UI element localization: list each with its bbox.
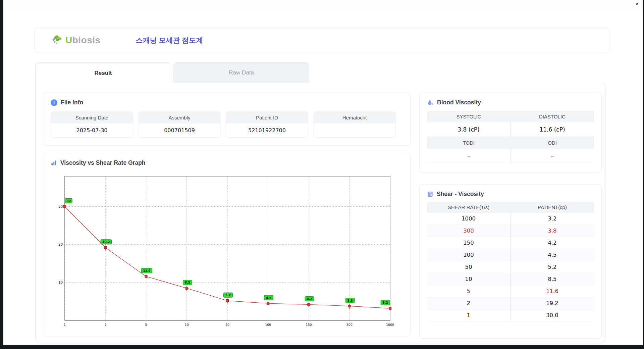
app-window: × Ubiosis 스캐닝 모세관 점도계 Result Raw Data i …	[3, 0, 643, 345]
patient-cell: 19.2	[511, 297, 594, 309]
table-row: 1000 3.2	[427, 213, 594, 225]
shear-viscosity-card: Shear - Viscosity SHEAR RATE(1/s) PATIEN…	[419, 184, 602, 339]
table-row: 1 30.0	[427, 309, 594, 321]
svg-text:2: 2	[104, 323, 106, 327]
table-row: 50 5.2	[427, 261, 594, 273]
table-header-row: SHEAR RATE(1/s) PATIENT(cp)	[427, 202, 594, 213]
svg-text:4.2: 4.2	[307, 297, 312, 301]
svg-text:3.2: 3.2	[383, 301, 388, 304]
bv-header-diastolic: DIASTOLIC	[511, 111, 594, 122]
patient-cell: 3.8	[511, 225, 594, 237]
field-label: Patient ID	[226, 112, 308, 123]
shear-rate-cell: 1	[427, 309, 511, 321]
logo-text: Ubiosis	[65, 35, 101, 46]
calculator-grid-icon	[427, 191, 433, 197]
svg-text:3.8: 3.8	[347, 299, 353, 302]
shear-viscosity-title: Shear - Viscosity	[437, 191, 484, 198]
file-info-title-row: i File Info	[51, 99, 403, 106]
window-titlebar: ×	[3, 0, 643, 9]
patient-cell: 5.2	[511, 261, 594, 273]
shear-rate-cell: 5	[427, 285, 511, 297]
patient-cell: 11.6	[511, 285, 594, 297]
result-panel: i File Info Scanning Date 2025-07-30 Ass…	[35, 83, 605, 342]
graph-title-row: Viscosity vs Shear Rate Graph	[51, 159, 403, 166]
svg-text:8.5: 8.5	[185, 281, 190, 284]
shear-rate-cell: 300	[427, 225, 511, 237]
table-row: 2 19.2	[427, 297, 594, 309]
field-value: 52101922700	[226, 123, 308, 137]
table-row: 100 4.5	[427, 249, 594, 261]
close-icon[interactable]: ×	[636, 1, 639, 7]
col-header-shear-rate: SHEAR RATE(1/s)	[427, 202, 511, 213]
bv-value-diastolic: 11.6 (cP)	[511, 122, 594, 137]
bar-chart-icon	[51, 160, 57, 166]
logo-leaf-icon	[51, 34, 64, 46]
shear-viscosity-title-row: Shear - Viscosity	[427, 191, 594, 198]
svg-text:10: 10	[58, 281, 63, 284]
tab-raw-data[interactable]: Raw Data	[173, 62, 309, 83]
file-info-card: i File Info Scanning Date 2025-07-30 Ass…	[43, 93, 411, 146]
file-info-fields: Scanning Date 2025-07-30 Assembly 000701…	[51, 111, 403, 138]
field-value: 2025-07-30	[51, 123, 133, 137]
logo-text-rest: biosis	[72, 35, 101, 45]
bv-header-systolic: SYSTOLIC	[427, 111, 511, 122]
svg-text:5: 5	[145, 323, 147, 327]
table-row: 10 8.5	[427, 273, 594, 285]
svg-text:100: 100	[265, 323, 271, 327]
field-label: Hematocrit	[314, 112, 395, 123]
blood-viscosity-card: Blood Viscosity SYSTOLIC DIASTOLIC 3.8 (…	[419, 93, 602, 172]
field-label: Scanning Date	[51, 112, 133, 123]
bv-value-odi: –	[511, 149, 594, 163]
shear-rate-cell: 100	[427, 249, 511, 261]
blood-viscosity-title-row: Blood Viscosity	[427, 99, 594, 106]
viscosity-chart-svg: 125105010015030010001020303019.211.68.55…	[52, 171, 394, 329]
table-row: 150 4.2	[427, 237, 594, 249]
svg-text:20: 20	[58, 243, 63, 246]
svg-text:11.6: 11.6	[143, 269, 150, 272]
svg-text:30: 30	[58, 205, 63, 208]
viscosity-chart: 125105010015030010001020303019.211.68.55…	[52, 171, 394, 331]
svg-text:5.2: 5.2	[225, 294, 231, 297]
field-scanning-date: Scanning Date 2025-07-30	[51, 111, 133, 138]
patient-cell: 30.0	[511, 309, 594, 321]
bv-value-todi: –	[427, 149, 511, 163]
svg-text:300: 300	[346, 323, 353, 327]
info-icon-glyph: i	[53, 100, 55, 105]
svg-text:1: 1	[64, 323, 66, 327]
field-value	[314, 123, 395, 137]
droplet-icon	[427, 99, 434, 106]
patient-cell: 3.2	[511, 213, 594, 225]
field-label: Assembly	[139, 112, 220, 123]
table-row: 5 11.6	[427, 285, 594, 297]
viscosity-graph-card: Viscosity vs Shear Rate Graph 1251050100…	[43, 153, 411, 336]
shear-rate-cell: 1000	[427, 213, 511, 225]
file-info-title: File Info	[61, 99, 83, 106]
svg-text:1000: 1000	[386, 323, 394, 327]
bv-header-todi: TODI	[427, 137, 511, 149]
info-icon: i	[51, 99, 57, 106]
shear-viscosity-table: SHEAR RATE(1/s) PATIENT(cp) 1000 3.2 300…	[427, 202, 594, 321]
svg-text:10: 10	[185, 323, 189, 327]
patient-cell: 8.5	[511, 273, 594, 285]
tab-result[interactable]: Result	[35, 62, 171, 83]
shear-rate-cell: 2	[427, 297, 511, 309]
logo-text-leading: U	[65, 35, 72, 45]
shear-rate-cell: 50	[427, 261, 511, 273]
field-value: 000701509	[139, 123, 220, 137]
patient-cell: 4.5	[511, 249, 594, 261]
blood-viscosity-title: Blood Viscosity	[437, 99, 481, 106]
col-header-patient: PATIENT(cp)	[511, 202, 594, 213]
ubiosis-logo: Ubiosis	[51, 34, 101, 46]
svg-text:30: 30	[66, 199, 71, 203]
svg-text:4.5: 4.5	[266, 296, 271, 300]
shear-rate-cell: 10	[427, 273, 511, 285]
tab-bar: Result Raw Data	[35, 62, 309, 83]
bv-header-odi: ODI	[511, 137, 594, 149]
graph-title: Viscosity vs Shear Rate Graph	[60, 159, 146, 166]
app-header: Ubiosis 스캐닝 모세관 점도계	[35, 28, 610, 53]
field-hematocrit: Hematocrit	[313, 111, 396, 138]
svg-text:19.2: 19.2	[102, 240, 110, 244]
blood-viscosity-table: SYSTOLIC DIASTOLIC 3.8 (cP) 11.6 (cP) TO…	[427, 111, 594, 163]
bv-value-systolic: 3.8 (cP)	[427, 122, 511, 137]
shear-rate-cell: 150	[427, 237, 511, 249]
